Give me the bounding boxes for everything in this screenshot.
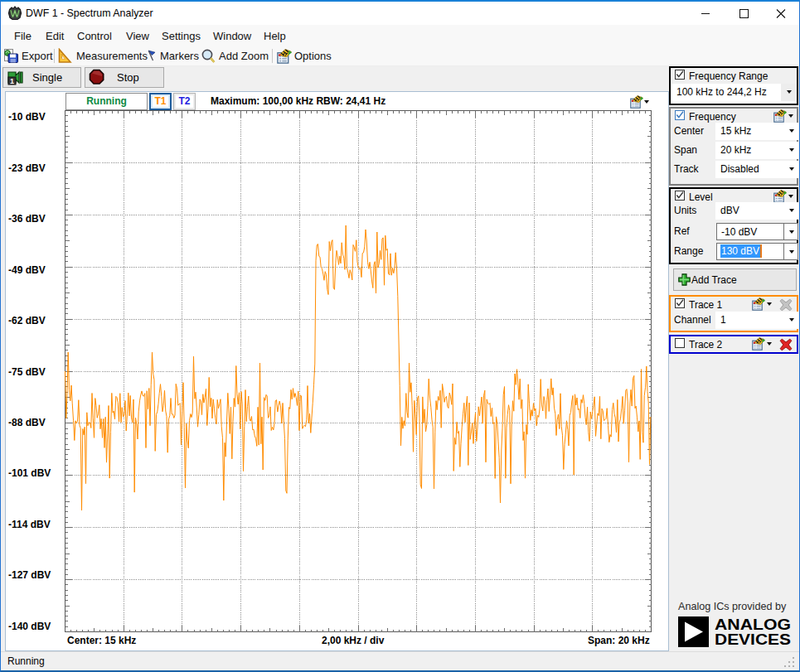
svg-text:DEVICES: DEVICES	[715, 631, 791, 648]
svg-text:1: 1	[10, 77, 14, 85]
svg-text:ANALOG: ANALOG	[715, 616, 791, 633]
